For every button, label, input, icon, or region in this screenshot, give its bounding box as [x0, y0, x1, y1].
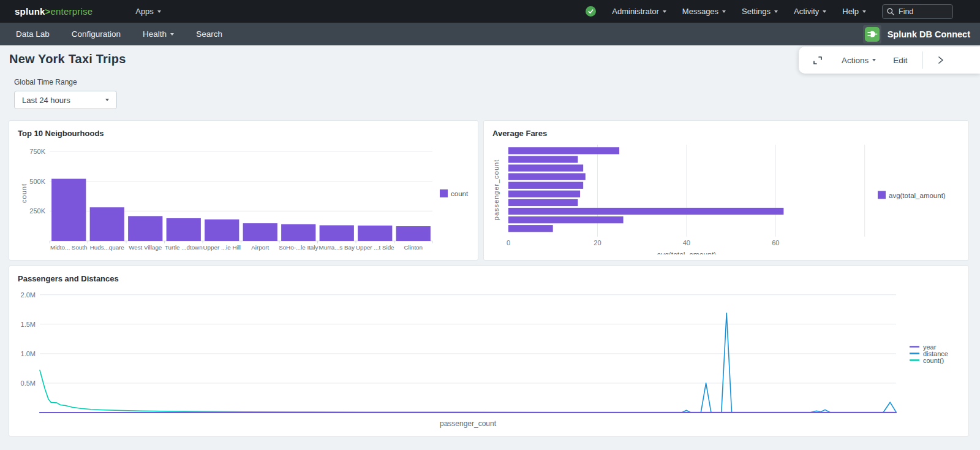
passengers-distances-chart[interactable]: 0.5M1.0M1.5M2.0Mpassenger_countyeardista…: [18, 286, 960, 431]
health-status-icon[interactable]: [586, 6, 596, 17]
expand-icon: [812, 55, 823, 66]
tab-data-lab[interactable]: Data Lab: [5, 23, 61, 45]
svg-text:avg(total_amount): avg(total_amount): [657, 251, 716, 254]
settings-menu-label: Settings: [742, 7, 771, 16]
svg-text:Upper ...ie Hill: Upper ...ie Hill: [203, 244, 241, 251]
toolbar-divider: [922, 51, 923, 69]
more-panel-button[interactable]: [937, 55, 945, 66]
chevron-down-icon: [774, 10, 778, 13]
dashboard-toolbar: Actions Edit: [799, 47, 980, 74]
svg-text:passenger_count: passenger_count: [440, 419, 497, 428]
settings-menu[interactable]: Settings: [742, 7, 778, 16]
activity-menu[interactable]: Activity: [794, 7, 826, 16]
svg-text:Murra...s Bay: Murra...s Bay: [319, 244, 355, 251]
time-range-select[interactable]: Last 24 hours: [14, 91, 117, 109]
top-navbar: splunk>enterprise Apps Administrator Mes…: [0, 0, 980, 23]
svg-text:1.5M: 1.5M: [21, 321, 36, 328]
svg-text:count(): count(): [923, 357, 944, 364]
time-range-label: Global Time Range: [14, 78, 77, 86]
svg-text:Huds...quare: Huds...quare: [90, 244, 125, 251]
top10-neighbourhoods-chart[interactable]: 250K500K750KMidto... SouthHuds...quareWe…: [18, 140, 469, 257]
svg-text:avg(total_amount): avg(total_amount): [889, 192, 946, 199]
svg-text:20: 20: [594, 239, 601, 246]
svg-text:count: count: [20, 183, 28, 203]
panel-average-fares: Average Fares 0204060avg(total_amount)pa…: [483, 120, 969, 261]
messages-menu-label: Messages: [682, 7, 718, 16]
chevron-down-icon: [722, 10, 726, 13]
svg-text:500K: 500K: [29, 178, 45, 185]
svg-text:60: 60: [772, 239, 779, 246]
svg-text:passenger_count: passenger_count: [492, 159, 500, 220]
find-search: [882, 4, 953, 19]
svg-text:40: 40: [683, 239, 690, 246]
chevron-down-icon: [872, 59, 876, 61]
svg-text:250K: 250K: [29, 207, 45, 215]
activity-menu-label: Activity: [794, 7, 819, 16]
tab-health[interactable]: Health: [132, 23, 185, 45]
svg-text:Midto... South: Midto... South: [50, 244, 87, 251]
app-title: Splunk DB Connect: [888, 29, 970, 39]
svg-text:2.0M: 2.0M: [21, 291, 36, 299]
svg-text:1.0M: 1.0M: [21, 350, 36, 357]
tab-search[interactable]: Search: [185, 23, 233, 45]
apps-menu-label: Apps: [135, 7, 154, 16]
actions-button[interactable]: Actions: [842, 56, 876, 65]
user-menu-label: Administrator: [612, 7, 659, 16]
logo-gt-text: >: [45, 6, 51, 17]
power-plug-icon: [867, 29, 878, 40]
svg-text:pickup_ntaname: pickup_ntaname: [214, 253, 268, 254]
app-navbar: Data Lab Configuration Health Search Spl…: [0, 23, 980, 45]
svg-text:SoHo-...le Italy: SoHo-...le Italy: [279, 244, 318, 251]
panel-title: Passengers and Distances: [18, 274, 960, 283]
chevron-down-icon: [823, 10, 826, 13]
actions-button-label: Actions: [842, 56, 869, 65]
svg-text:West Village: West Village: [129, 244, 162, 251]
edit-button-label: Edit: [893, 56, 907, 65]
logo-product-text: enterprise: [51, 6, 93, 17]
svg-text:0.5M: 0.5M: [21, 379, 36, 387]
chevron-down-icon: [170, 33, 174, 36]
panel-top10-neighbourhoods: Top 10 Neigbourhoods 250K500K750KMidto..…: [9, 120, 478, 261]
tab-configuration[interactable]: Configuration: [61, 23, 132, 45]
tab-configuration-label: Configuration: [72, 29, 121, 39]
svg-text:count: count: [451, 190, 469, 197]
svg-text:750K: 750K: [29, 148, 45, 155]
logo-splunk-text: splunk: [15, 6, 45, 17]
edit-button[interactable]: Edit: [893, 56, 907, 65]
chevron-down-icon: [862, 10, 866, 13]
user-menu[interactable]: Administrator: [612, 7, 666, 16]
page-title: New York Taxi Trips: [9, 52, 126, 66]
svg-text:Upper ...t Side: Upper ...t Side: [356, 244, 394, 251]
splunk-logo[interactable]: splunk>enterprise: [15, 6, 92, 17]
svg-text:0: 0: [507, 239, 510, 246]
panel-passengers-distances: Passengers and Distances 0.5M1.0M1.5M2.0…: [9, 265, 969, 437]
fullscreen-button[interactable]: [812, 55, 823, 66]
tab-health-label: Health: [143, 29, 167, 39]
time-range-value: Last 24 hours: [22, 96, 70, 105]
chevron-right-icon: [937, 55, 945, 66]
svg-text:Airport: Airport: [251, 244, 269, 251]
messages-menu[interactable]: Messages: [682, 7, 726, 16]
panel-title: Average Fares: [492, 129, 960, 138]
db-connect-logo[interactable]: [863, 25, 881, 44]
chevron-down-icon: [663, 10, 666, 13]
tab-data-lab-label: Data Lab: [16, 29, 50, 39]
svg-text:Turtle ...dtown: Turtle ...dtown: [165, 244, 203, 251]
panel-title: Top 10 Neigbourhoods: [18, 129, 469, 138]
tab-search-label: Search: [196, 29, 222, 39]
help-menu[interactable]: Help: [842, 7, 866, 16]
search-icon: [886, 7, 895, 16]
check-icon: [587, 8, 594, 15]
average-fares-chart[interactable]: 0204060avg(total_amount)passenger_counta…: [492, 140, 960, 257]
apps-menu[interactable]: Apps: [135, 7, 161, 16]
help-menu-label: Help: [842, 7, 859, 16]
chevron-down-icon: [105, 99, 109, 101]
svg-text:Clinton: Clinton: [404, 244, 423, 251]
chevron-down-icon: [157, 10, 161, 13]
